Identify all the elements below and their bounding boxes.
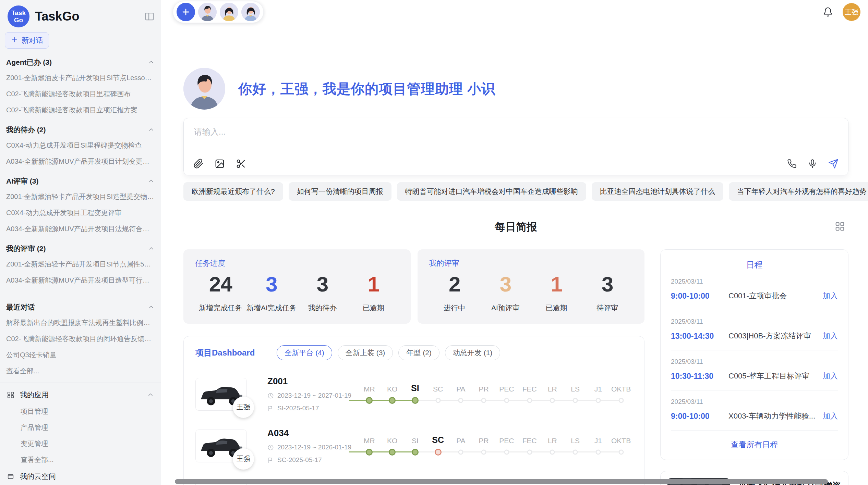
send-icon[interactable] xyxy=(828,159,839,169)
section-title: 我的评审 (2) xyxy=(6,244,46,253)
team-member-pill xyxy=(173,1,264,23)
flag-icon xyxy=(267,457,274,463)
topbar: 王强 xyxy=(161,0,868,24)
stat-value: 3 xyxy=(582,272,633,296)
view-all-chats-link[interactable]: 查看全部... xyxy=(0,363,161,379)
join-link[interactable]: 加入 xyxy=(823,291,838,301)
tab-model-year[interactable]: 年型 (2) xyxy=(398,345,439,360)
list-item[interactable]: 公司Q3轻卡销量 xyxy=(0,347,161,363)
collapse-sidebar-icon[interactable] xyxy=(144,11,155,22)
milestone: LS xyxy=(564,435,587,457)
join-link[interactable]: 加入 xyxy=(823,371,838,381)
suggestion-chip[interactable]: 欧洲新规最近颁布了什么? xyxy=(183,182,283,201)
list-item[interactable]: 解释最新出台的欧盟报废车法规再生塑料比例被调到15%... xyxy=(0,315,161,331)
milestone-current: SC xyxy=(426,435,449,457)
sidebar-item-my-apps[interactable]: 我的应用 xyxy=(0,386,161,403)
milestone-label: PR xyxy=(472,383,495,395)
stat-cards: 任务进度 24 新增完成任务 3 新增AI完成任务 3 xyxy=(183,249,644,324)
section-header-ai-review[interactable]: AI评审 (3) xyxy=(0,170,161,189)
suggestion-chip[interactable]: 比亚迪全固态电池计划具体说了什么 xyxy=(592,182,723,201)
milestone-dot-pending xyxy=(618,449,624,455)
milestone-label: SC xyxy=(426,383,449,395)
project-row[interactable]: 王强 A034 2023-12-19 ~ 2026-01-19 SC-2025-… xyxy=(195,428,632,464)
dashboard-title: 项目Dashboard xyxy=(195,347,255,358)
milestone-dot-pending xyxy=(435,398,441,403)
schedule-item: 2025/03/11 10:30-11:30 C005-整车工程目标评审 加入 xyxy=(671,350,838,390)
horizontal-scrollbar[interactable] xyxy=(175,479,828,484)
section-header-my-todo[interactable]: 我的待办 (2) xyxy=(0,118,161,137)
list-item[interactable]: C02-飞腾新能源轻客改款项目的闭环通告反馈情况 xyxy=(0,331,161,347)
chat-input[interactable] xyxy=(194,127,645,137)
phone-icon[interactable] xyxy=(787,159,797,169)
list-item[interactable]: Z001-全新燃油轻卡产品开发项目SI节点属性5D文件评审 xyxy=(0,256,161,272)
milestone-dot-pending xyxy=(481,449,486,455)
list-item[interactable]: A034-全新新能源MUV产品开发项目计划变更表编写 xyxy=(0,153,161,170)
milestone-dot-done xyxy=(366,449,373,456)
tab-powertrain-dev[interactable]: 动总开发 (1) xyxy=(445,345,501,360)
join-link[interactable]: 加入 xyxy=(823,331,838,341)
milestone: LR xyxy=(541,435,564,457)
project-row[interactable]: 王强 Z001 2023-12-19 ~ 2027-01-19 SI-2025-… xyxy=(195,376,632,412)
new-chat-button[interactable]: 新对话 xyxy=(5,32,49,49)
join-link[interactable]: 加入 xyxy=(823,411,838,421)
suggestion-chip[interactable]: 如何写一份清晰的项目周报 xyxy=(289,182,391,201)
schedule-item: 2025/03/11 13:00-14:30 C003|H0B-方案冻结评审 加… xyxy=(671,310,838,350)
suggestion-chips: 欧洲新规最近颁布了什么? 如何写一份清晰的项目周报 特朗普可能对进口汽车增税会对… xyxy=(183,182,848,201)
sidebar-item-product-mgmt[interactable]: 产品管理 xyxy=(0,420,161,436)
chat-input-box xyxy=(183,118,848,175)
schedule-title: 日程 xyxy=(671,259,838,270)
suggestion-chip[interactable]: 特朗普可能对进口汽车增税会对中国车企造成哪些影响 xyxy=(397,182,586,201)
milestone-dot-pending xyxy=(504,398,509,403)
member-avatar[interactable] xyxy=(198,3,217,21)
section-header-recent-chats[interactable]: 最近对话 xyxy=(0,296,161,315)
stat: 1 已逾期 xyxy=(348,272,399,313)
list-item[interactable]: Z001-全新燃油轻卡产品开发项目SI造型提交物评审 xyxy=(0,189,161,205)
member-avatar[interactable] xyxy=(241,3,260,21)
list-item[interactable]: C0X4-动力总成开发项目工程变更评审 xyxy=(0,205,161,221)
tab-all-new-body[interactable]: 全新上装 (3) xyxy=(338,345,393,360)
schedule-name: C005-整车工程目标评审 xyxy=(728,371,823,381)
topbar-right: 王强 xyxy=(823,3,860,21)
attachment-icon[interactable] xyxy=(193,159,204,169)
sidebar: Task Go TaskGo 新对话 Agent已办 (3) Z001-全新燃油… xyxy=(0,0,161,485)
sidebar-item-change-mgmt[interactable]: 变更管理 xyxy=(0,436,161,452)
section-header-my-review[interactable]: 我的评审 (2) xyxy=(0,237,161,256)
daily-briefing-header: 每日简报 xyxy=(183,220,848,235)
section-header-agent-done[interactable]: Agent已办 (3) xyxy=(0,51,161,70)
list-item[interactable]: A034-全新新能源MUV产品开发项目法规符合性评审 xyxy=(0,221,161,237)
sidebar-item-project-mgmt[interactable]: 项目管理 xyxy=(0,403,161,420)
tab-all-new-platform[interactable]: 全新平台 (4) xyxy=(277,345,332,360)
view-all-schedule-link[interactable]: 查看所有日程 xyxy=(671,431,838,452)
suggestion-chip[interactable]: 当下年轻人对汽车外观有怎样的喜好趋势 xyxy=(729,182,868,201)
image-upload-icon[interactable] xyxy=(215,159,225,169)
milestone-label: LR xyxy=(541,435,564,447)
milestone-dot-done xyxy=(412,449,419,456)
milestone: PEC xyxy=(495,435,518,457)
sidebar-item-cloud-space[interactable]: 我的云空间 xyxy=(0,468,161,485)
stat: 1 已逾期 xyxy=(531,272,582,313)
microphone-icon[interactable] xyxy=(808,159,817,169)
list-item[interactable]: Z001-全新燃油皮卡产品开发项目SI节点Lesson Learn报告 xyxy=(0,70,161,86)
milestone-track: MR KO SI SC PA PR PEC FEC LR LS J1 OKTB xyxy=(349,383,632,406)
stat: 3 新增AI完成任务 xyxy=(246,272,297,313)
list-item[interactable]: A034-全新新能源MUV产品开发项目造型可行性评审 xyxy=(0,272,161,288)
member-avatar[interactable] xyxy=(220,3,238,21)
milestone-dot-pending xyxy=(527,398,532,403)
user-avatar[interactable]: 王强 xyxy=(843,3,860,21)
schedule-date: 2025/03/11 xyxy=(671,318,838,325)
milestone-label: MR xyxy=(358,435,381,447)
milestone-dot-done xyxy=(366,397,373,404)
stat-value: 2 xyxy=(429,272,480,296)
notification-bell-icon[interactable] xyxy=(823,7,833,17)
list-item[interactable]: C02-飞腾新能源轻客改款项目里程碑画布 xyxy=(0,86,161,102)
milestone-label: SI xyxy=(404,383,427,395)
add-member-button[interactable] xyxy=(177,3,195,21)
view-all-apps-link[interactable]: 查看全部... xyxy=(0,452,161,468)
milestone: KO xyxy=(381,383,404,406)
list-item[interactable]: C0X4-动力总成开发项目SI里程碑提交物检查 xyxy=(0,137,161,153)
layout-grid-icon[interactable] xyxy=(835,221,845,232)
milestone: MR xyxy=(358,383,381,406)
milestone-dot-pending xyxy=(550,449,555,455)
scissors-icon[interactable] xyxy=(236,159,246,169)
list-item[interactable]: C02-飞腾新能源轻客改款项目立项汇报方案 xyxy=(0,102,161,118)
